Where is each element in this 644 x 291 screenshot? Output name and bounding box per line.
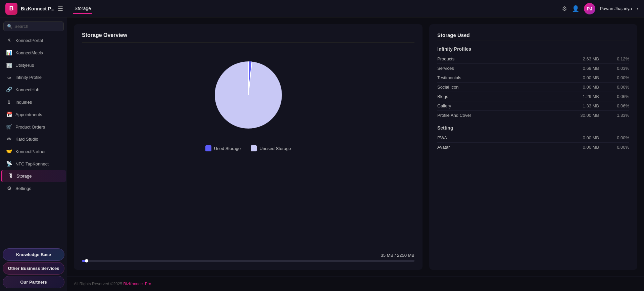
settings-icon: ⚙ xyxy=(6,185,12,191)
chevron-down-icon: ▾ xyxy=(637,6,639,11)
konnect-partner-label: KonnectPartner xyxy=(15,149,46,154)
konnect-hub-icon: 🔗 xyxy=(6,87,12,93)
user-manage-icon[interactable]: 👤 xyxy=(572,5,579,12)
konnect-portal-icon: ✳ xyxy=(6,37,12,43)
footer-brand: BizKonnect Pro xyxy=(123,282,151,286)
main: Storage Overview xyxy=(67,17,644,291)
sidebar-item-utility-hub[interactable]: 🏢UtilityHub xyxy=(1,59,66,71)
sidebar-item-inquiries[interactable]: ℹInquiries xyxy=(1,96,66,108)
product-orders-label: Product Orders xyxy=(15,125,45,130)
infinity-profile-label: Infinity Profile xyxy=(15,75,42,80)
inquiries-label: Inquiries xyxy=(15,100,32,105)
overview-title: Storage Overview xyxy=(82,32,414,43)
other-business-button[interactable]: Other Business Services xyxy=(3,262,64,275)
search-input[interactable] xyxy=(14,24,60,29)
konnect-portal-label: KonnectPortal xyxy=(15,38,43,43)
footer-text: All Rights Reserved ©2025 xyxy=(74,282,123,286)
used-color-box xyxy=(205,145,211,151)
pie-svg xyxy=(208,55,289,135)
appointments-icon: 📅 xyxy=(6,111,12,117)
footer: All Rights Reserved ©2025 BizKonnect Pro xyxy=(67,277,644,291)
table-row: Gallery1.33 MB0.06% xyxy=(437,101,629,111)
table-row: Profile And Cover30.00 MB1.33% xyxy=(437,111,629,120)
used-label: Used Storage xyxy=(214,146,241,151)
nfc-tapkonnect-label: NFC TapKonnect xyxy=(15,161,49,166)
used-card: Storage Used Infinity Profiles Products2… xyxy=(429,24,637,270)
storage-label: Storage xyxy=(16,174,32,179)
storage-bar-section: 35 MB / 2250 MB xyxy=(82,253,414,262)
logo-box: B xyxy=(5,3,17,15)
logo-area: B BizKonnect P... ☰ xyxy=(5,3,63,15)
konnect-metrix-label: KonnectMetrix xyxy=(15,50,43,55)
infinity-rows: Products2.63 MB0.12%Services0.69 MB0.03%… xyxy=(437,54,629,120)
kard-studio-label: Kard Studio xyxy=(15,137,38,142)
table-row: Social Icon0.00 MB0.00% xyxy=(437,83,629,92)
nav-items: ✳KonnectPortal📊KonnectMetrix🏢UtilityHub∞… xyxy=(0,34,67,195)
konnect-partner-icon: 🤝 xyxy=(6,148,12,154)
username: Pawan Jhajariya xyxy=(600,6,632,11)
overview-card: Storage Overview xyxy=(74,24,423,270)
storage-bar-bg xyxy=(82,260,414,262)
sidebar-item-product-orders[interactable]: 🛒Product Orders xyxy=(1,121,66,133)
avatar[interactable]: PJ xyxy=(584,3,595,14)
legend: Used Storage Unused Storage xyxy=(205,145,291,151)
kard-studio-icon: 👁 xyxy=(6,136,12,142)
legend-used: Used Storage xyxy=(205,145,241,151)
search-wrap: 🔍 xyxy=(0,17,67,34)
storage-bar-dot xyxy=(85,259,88,262)
unused-color-box xyxy=(251,145,257,151)
settings-label: Settings xyxy=(15,186,31,191)
topnav: B BizKonnect P... ☰ Storage ⚙ 👤 PJ Pawan… xyxy=(0,0,644,17)
legend-unused: Unused Storage xyxy=(251,145,291,151)
chart-area: Used Storage Unused Storage 35 MB / 2250… xyxy=(82,48,414,262)
inquiries-icon: ℹ xyxy=(6,99,12,105)
infinity-profiles-subtitle: Infinity Profiles xyxy=(437,46,629,52)
product-orders-icon: 🛒 xyxy=(6,124,12,130)
sidebar-item-kard-studio[interactable]: 👁Kard Studio xyxy=(1,133,66,145)
konnect-metrix-icon: 📊 xyxy=(6,50,12,56)
setting-rows: PWA0.00 MB0.00%Avatar0.00 MB0.00% xyxy=(437,133,629,152)
storage-text: 35 MB / 2250 MB xyxy=(82,253,414,258)
hamburger-icon[interactable]: ☰ xyxy=(58,5,63,12)
layout: 🔍 ✳KonnectPortal📊KonnectMetrix🏢UtilityHu… xyxy=(0,17,644,291)
settings-icon[interactable]: ⚙ xyxy=(562,5,567,12)
utility-hub-label: UtilityHub xyxy=(15,63,34,68)
setting-subtitle: Setting xyxy=(437,125,629,131)
nfc-tapkonnect-icon: 📡 xyxy=(6,161,12,167)
sidebar-item-konnect-portal[interactable]: ✳KonnectPortal xyxy=(1,34,66,46)
app-title: BizKonnect P... xyxy=(21,6,54,11)
sidebar-item-storage[interactable]: 🗄Storage xyxy=(1,170,66,182)
infinity-profile-icon: ∞ xyxy=(6,75,12,80)
search-icon: 🔍 xyxy=(7,24,12,29)
utility-hub-icon: 🏢 xyxy=(6,62,12,68)
sidebar-item-nfc-tapkonnect[interactable]: 📡NFC TapKonnect xyxy=(1,158,66,170)
konnect-hub-label: KonnectHub xyxy=(15,87,40,92)
sidebar-item-konnect-partner[interactable]: 🤝KonnectPartner xyxy=(1,145,66,157)
unused-label: Unused Storage xyxy=(259,146,291,151)
storage-icon: 🗄 xyxy=(7,173,13,179)
appointments-label: Appointments xyxy=(15,112,42,117)
knowledge-base-button[interactable]: Knowledge Base xyxy=(3,248,64,261)
sidebar-item-settings[interactable]: ⚙Settings xyxy=(1,182,66,194)
table-row: PWA0.00 MB0.00% xyxy=(437,133,629,143)
storage-used-title: Storage Used xyxy=(437,32,629,41)
main-content: Storage Overview xyxy=(67,17,644,277)
table-row: Services0.69 MB0.03% xyxy=(437,64,629,73)
sidebar-item-appointments[interactable]: 📅Appointments xyxy=(1,108,66,120)
sidebar-item-konnect-metrix[interactable]: 📊KonnectMetrix xyxy=(1,47,66,59)
sidebar-item-infinity-profile[interactable]: ∞Infinity Profile xyxy=(1,71,66,83)
table-row: Avatar0.00 MB0.00% xyxy=(437,143,629,152)
topnav-right: ⚙ 👤 PJ Pawan Jhajariya ▾ xyxy=(562,3,639,14)
sidebar-item-konnect-hub[interactable]: 🔗KonnectHub xyxy=(1,84,66,96)
table-row: Testimonials0.00 MB0.00% xyxy=(437,73,629,83)
sidebar-bottom: Knowledge Base Other Business Services O… xyxy=(0,247,67,291)
sidebar: 🔍 ✳KonnectPortal📊KonnectMetrix🏢UtilityHu… xyxy=(0,17,67,291)
storage-bar-fill xyxy=(82,260,87,262)
search-box[interactable]: 🔍 xyxy=(3,21,64,31)
pie-chart xyxy=(208,55,289,135)
table-row: Products2.63 MB0.12% xyxy=(437,54,629,64)
logo-letter: B xyxy=(9,5,14,12)
our-partners-button[interactable]: Our Partners xyxy=(3,276,64,288)
table-row: Blogs1.29 MB0.06% xyxy=(437,92,629,101)
storage-tab[interactable]: Storage xyxy=(73,4,92,14)
